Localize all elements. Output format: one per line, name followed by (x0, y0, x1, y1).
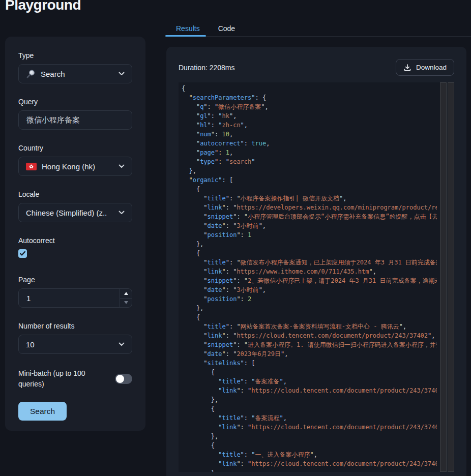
duration-text: Duration: 2208ms (179, 64, 235, 72)
download-label: Download (416, 64, 447, 71)
code-line: "sitelinks": [ (182, 359, 437, 368)
search-button[interactable]: Search (18, 402, 67, 421)
autocorrect-checkbox[interactable] (18, 249, 27, 258)
code-line: "link": "https://cloud.tencent.com/docum… (182, 331, 437, 340)
playground-app: { "page": { "title": "Playground" }, "co… (0, 0, 471, 476)
code-line: { (182, 368, 437, 377)
mini-batch-field: Mini-batch (up to 100 queries) (18, 368, 132, 390)
num-results-field: Number of results 10 (18, 322, 132, 354)
locale-label: Locale (18, 190, 132, 198)
page-decrement-button[interactable] (120, 299, 132, 308)
type-value: Search (41, 70, 113, 78)
code-line: "q": "微信小程序备案", (182, 102, 437, 111)
code-line: "position": 1 (182, 230, 437, 240)
code-line: "page": 1, (182, 148, 437, 157)
code-line: "date": "2023年6月29日", (182, 349, 437, 359)
locale-value: Chinese (Simplified) (z.. (26, 209, 113, 217)
tab-divider (165, 36, 471, 37)
autocorrect-field: Autocorrect (18, 236, 132, 258)
locale-select[interactable]: Chinese (Simplified) (z.. (18, 203, 132, 222)
code-line: }, (182, 432, 437, 441)
tab-code[interactable]: Code (218, 23, 235, 42)
magnifier-icon (26, 69, 36, 79)
code-line: "title": "备案流程", (182, 413, 437, 423)
page-label: Page (18, 276, 132, 284)
vertical-scrollbar-outer[interactable] (448, 82, 454, 472)
num-results-value: 10 (26, 340, 113, 349)
results-panel: Duration: 2208ms Download { "searchParam… (166, 47, 466, 476)
results-header: Duration: 2208ms Download (179, 59, 454, 76)
search-form-panel: Type Search Query Country (5, 37, 145, 431)
code-line: "link": "https://cloud.tencent.com/docum… (182, 386, 437, 395)
hong-kong-flag-icon (26, 163, 37, 170)
page-number-control (18, 288, 132, 308)
code-line: "link": "https://cloud.tencent.com/docum… (182, 459, 437, 468)
query-input[interactable] (18, 110, 132, 130)
download-button[interactable]: Download (396, 59, 454, 76)
code-line: "num": 10, (182, 130, 437, 139)
type-select[interactable]: Search (18, 64, 132, 83)
chevron-down-icon (119, 164, 125, 168)
code-line: "organic": [ (182, 175, 437, 185)
code-line: "title": "小程序备案操作指引| 微信开放文档", (182, 194, 437, 203)
num-results-select[interactable]: 10 (18, 335, 132, 354)
vertical-scrollbar-inner[interactable] (440, 82, 447, 472)
type-field: Type Search (18, 51, 132, 83)
tab-results[interactable]: Results (176, 23, 200, 42)
code-line: "snippet": "进入备案小程序。1. 请使用微信扫一扫小程序码进入备案小… (182, 340, 437, 349)
toggle-knob (116, 375, 124, 383)
num-results-label: Number of results (18, 322, 132, 330)
code-line: "link": "https://www.ithome.com/0/711/43… (182, 267, 437, 276)
country-label: Country (18, 144, 132, 152)
code-line: "type": "search" (182, 157, 437, 166)
chevron-down-icon (119, 72, 125, 76)
country-select[interactable]: Hong Kong (hk) (18, 157, 132, 176)
download-icon (403, 64, 411, 72)
code-line: "link": "https://developers.weixin.qq.co… (182, 203, 437, 212)
autocorrect-label: Autocorrect (18, 236, 132, 245)
page-input[interactable] (19, 294, 120, 303)
query-label: Query (18, 98, 132, 106)
code-line: "title": "网站备案首次备案-备案资料填写流程-文档中心 - 腾讯云", (182, 322, 437, 331)
active-tab-indicator (165, 35, 206, 37)
code-line: }, (182, 166, 437, 175)
page-field: Page (18, 276, 132, 308)
triangle-down-icon (124, 301, 128, 304)
locale-field: Locale Chinese (Simplified) (z.. (18, 190, 132, 222)
page-title: Playground (5, 0, 81, 13)
code-line: { (182, 185, 437, 194)
mini-batch-toggle[interactable] (115, 374, 132, 384)
page-increment-button[interactable] (120, 289, 132, 299)
code-line: "gl": "hk", (182, 111, 437, 121)
code-line: "snippet": "2、若微信小程序已上架，请于2024 年3 月31 日前… (182, 276, 437, 285)
mini-batch-label: Mini-batch (up to 100 queries) (18, 368, 109, 390)
triangle-up-icon (124, 292, 128, 295)
code-line: { (182, 441, 437, 450)
query-field: Query (18, 98, 132, 130)
code-line: { (182, 313, 437, 322)
code-line: { (182, 249, 437, 258)
code-line: "link": "https://cloud.tencent.com/docum… (182, 423, 437, 432)
code-line: }, (182, 395, 437, 404)
country-field: Country Hong Kong (hk) (18, 144, 132, 176)
chevron-down-icon (119, 211, 125, 215)
code-line: "hl": "zh-cn", (182, 121, 437, 130)
country-value: Hong Kong (hk) (42, 162, 113, 171)
code-line: "snippet": "小程序管理后台顶部会提示“小程序需补充备案信息”的提醒，… (182, 212, 437, 221)
code-line: { (182, 84, 437, 93)
code-line: "title": "微信发布小程序备案通知，已上架应用须于2024 年3 月31… (182, 258, 437, 267)
json-output[interactable]: { "searchParameters": { "q": "微信小程序备案", … (182, 84, 437, 472)
code-line: }, (182, 468, 437, 472)
code-line: "title": "一、进入备案小程序", (182, 450, 437, 459)
code-line: "title": "备案准备", (182, 377, 437, 386)
code-line: { (182, 404, 437, 413)
code-line: }, (182, 240, 437, 249)
code-line: }, (182, 304, 437, 313)
check-icon (20, 251, 25, 256)
chevron-down-icon (119, 342, 125, 346)
type-label: Type (18, 51, 132, 60)
json-output-container: { "searchParameters": { "q": "微信小程序备案", … (179, 82, 454, 472)
code-line: "position": 2 (182, 294, 437, 304)
code-line: "date": "3小时前", (182, 221, 437, 230)
code-line: "searchParameters": { (182, 93, 437, 102)
